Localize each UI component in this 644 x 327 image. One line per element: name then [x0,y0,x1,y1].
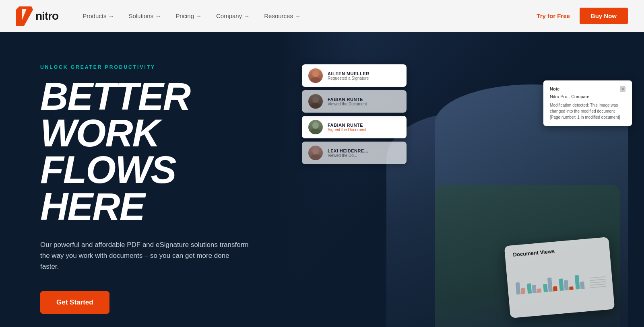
bar [553,286,557,292]
legend-line [590,281,606,283]
avatar-lexi [308,146,323,160]
note-body: Modification detected: This image was ch… [550,102,625,120]
activity-info: AILEEN MUELLER Requested a Signature [328,71,369,80]
avatar-face [308,68,323,83]
bar-group-1 [516,282,526,295]
hero-content: UNLOCK GREATER PRODUCTIVITY BETTER WORK … [0,32,290,327]
svg-point-1 [311,77,320,83]
avatar-face [308,146,323,160]
nav-company[interactable]: Company → [216,12,250,19]
svg-point-7 [311,154,320,160]
arrow-icon: → [196,12,202,19]
chart-legend-lines [589,276,606,288]
bar-group-3 [543,277,557,292]
logo[interactable]: nitro [16,6,58,26]
bar [569,286,574,290]
activity-info: FABIAN RUNTE Viewed the Document [328,97,367,106]
navbar: nitro Products → Solutions → Pricing → C… [0,0,644,32]
note-header: Note ✕ [550,86,625,92]
activity-info: FABIAN RUNTE Signed the Document [328,123,366,132]
activity-name: FABIAN RUNTE [328,97,367,102]
note-title: Note [550,86,559,91]
svg-point-4 [312,122,319,129]
bar [575,275,580,290]
bar-group-5 [575,275,585,290]
activity-name: LEXI HEIDENRE... [328,148,369,153]
bar [543,284,548,292]
bar [547,278,553,292]
note-close-button[interactable]: ✕ [620,86,625,92]
legend-line [590,279,606,281]
activity-info: LEXI HEIDENRE... Viewed the Do... [328,148,369,158]
hero-eyebrow: UNLOCK GREATER PRODUCTIVITY [40,64,250,70]
hero-subtitle: Our powerful and affordable PDF and eSig… [40,239,250,272]
nitro-logo-icon [16,6,33,26]
bar [516,282,521,295]
avatar-face [308,94,323,109]
legend-line [589,276,605,278]
avatar-fabian1 [308,94,323,109]
arrow-icon: → [108,12,114,19]
nav-resources[interactable]: Resources → [264,12,301,19]
note-card: Note ✕ Nitro Pro - Compare Modification … [543,80,632,126]
bar-group-4 [559,278,573,291]
activity-action-signed: Signed the Document [328,128,366,132]
activity-card-aileen: AILEEN MUELLER Requested a Signature [302,64,407,87]
hero-visual: Document Views [282,32,644,327]
svg-point-5 [311,129,320,134]
nav-links: Products → Solutions → Pricing → Company… [83,12,537,19]
chart-bars [514,255,605,295]
svg-point-3 [311,103,320,109]
buy-now-button[interactable]: Buy Now [580,8,628,24]
get-started-button[interactable]: Get Started [40,291,109,314]
bar [564,280,569,291]
nav-solutions[interactable]: Solutions → [128,12,161,19]
activity-card-fabian2: FABIAN RUNTE Signed the Document [302,116,407,138]
bar-group-2 [527,282,541,294]
hero-section: UNLOCK GREATER PRODUCTIVITY BETTER WORK … [0,32,644,327]
nav-pricing[interactable]: Pricing → [175,12,202,19]
nav-products[interactable]: Products → [83,12,114,19]
svg-point-0 [312,71,319,77]
activity-card-fabian1: FABIAN RUNTE Viewed the Document [302,90,407,113]
legend-line [590,284,606,286]
activity-name: AILEEN MUELLER [328,71,369,76]
activity-card-lexi: LEXI HEIDENRE... Viewed the Do... [302,142,407,164]
activity-action: Requested a Signature [328,76,369,80]
activity-action: Viewed the Do... [328,153,369,158]
bar [580,282,585,289]
note-subtitle: Nitro Pro - Compare [550,94,625,99]
avatar-face [308,120,323,134]
arrow-icon: → [155,12,161,19]
tablet-shape: Document Views [504,237,615,318]
doc-views-overlay: Document Views [504,237,613,302]
try-free-link[interactable]: Try for Free [537,12,570,19]
bar [521,288,525,294]
activity-name: FABIAN RUNTE [328,123,366,128]
activity-action: Viewed the Document [328,102,367,106]
avatar-fabian2 [308,120,323,134]
arrow-icon: → [295,12,301,19]
legend-line [590,286,606,288]
nav-actions: Try for Free Buy Now [537,8,628,24]
hero-title: BETTER WORK FLOWS HERE [40,78,250,225]
arrow-icon: → [244,12,250,19]
avatar-aileen [308,68,323,83]
svg-point-6 [312,148,319,154]
svg-point-2 [312,97,319,103]
activity-feed: AILEEN MUELLER Requested a Signature FAB… [302,64,407,164]
logo-text: nitro [35,10,58,23]
bar [559,279,564,291]
bar [532,285,537,293]
bar [527,284,532,294]
bar [537,288,541,293]
